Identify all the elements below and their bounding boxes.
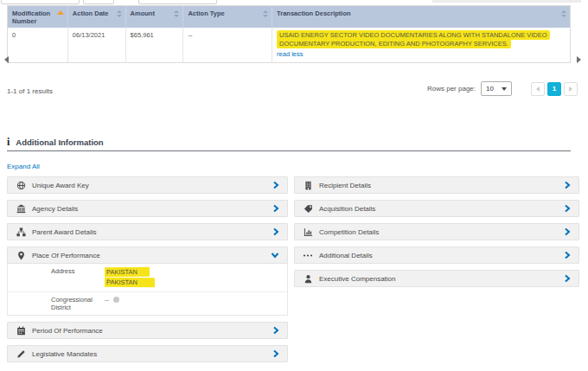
additional-information-header: i Additional Information — [7, 137, 104, 147]
panel-agency-details[interactable]: Agency Details — [7, 200, 288, 217]
pager: 1 — [531, 82, 578, 96]
calendar-icon — [16, 326, 26, 336]
detail-row-address: Address PAKISTAN PAKISTAN — [8, 264, 287, 292]
info-icon: i — [7, 137, 10, 147]
chevron-right-icon — [564, 274, 571, 283]
panel-label: Recipient Details — [319, 182, 371, 189]
detail-row-congressional-district: Congressional District -- — [8, 292, 287, 315]
scroll-left-arrow-icon[interactable] — [4, 56, 9, 63]
column-label: Transaction Description — [277, 10, 350, 17]
cell-action-type: -- — [183, 28, 272, 62]
panel-label: Unique Award Key — [32, 182, 89, 189]
panel-place-of-performance[interactable]: Place Of Performance — [7, 246, 288, 264]
cutoff-tab[interactable] — [138, 0, 217, 4]
pagination-bar: Rows per page: 10 1 — [427, 81, 578, 96]
column-header-action-date[interactable]: Action Date — [68, 6, 126, 28]
chevron-right-icon — [272, 227, 279, 236]
rows-per-page-label: Rows per page: — [427, 85, 476, 93]
sitemap-icon — [16, 227, 26, 237]
page-1-button[interactable]: 1 — [547, 82, 561, 96]
chevron-right-icon — [564, 204, 571, 213]
panel-label: Acquisition Details — [319, 205, 375, 213]
panel-executive-compensation[interactable]: Executive Compensation — [294, 270, 579, 287]
chevron-right-icon — [564, 251, 571, 259]
table-header-row: Modification Number Action Date Amount A… — [8, 6, 570, 28]
read-less-link[interactable]: read less — [277, 50, 303, 59]
cell-action-date: 06/13/2021 — [68, 28, 126, 62]
highlighted-address-line: PAKISTAN — [105, 267, 150, 278]
expand-all-link[interactable]: Expand All — [7, 163, 40, 170]
panel-label: Competition Details — [319, 228, 379, 236]
column-label: Action Date — [73, 10, 109, 17]
cutoff-scroll-track — [432, 0, 581, 3]
panel-recipient-details[interactable]: Recipient Details — [294, 176, 579, 194]
cell-amount: $65,961 — [126, 28, 184, 62]
ellipsis-icon — [303, 251, 313, 260]
section-divider — [7, 150, 571, 151]
globe-icon — [16, 181, 26, 190]
location-pin-icon — [16, 251, 26, 260]
chevron-down-icon — [502, 87, 507, 91]
building-icon — [303, 181, 313, 190]
sort-icon[interactable] — [561, 10, 566, 17]
panel-competition-details[interactable]: Competition Details — [294, 223, 579, 240]
panel-additional-details[interactable]: Additional Details — [294, 246, 579, 264]
table-row: 0 06/13/2021 $65,961 -- USAID ENERGY SEC… — [8, 28, 570, 62]
chevron-right-icon — [564, 227, 571, 236]
pencil-icon — [16, 349, 26, 359]
scroll-right-arrow-icon[interactable] — [577, 56, 581, 63]
address-value: PAKISTAN PAKISTAN — [105, 267, 155, 288]
panel-period-of-performance[interactable]: Period Of Performance — [7, 322, 288, 339]
bar-chart-icon — [303, 227, 313, 237]
highlighted-description-text: USAID ENERGY SECTOR VIDEO DOCUMENTARIES … — [277, 30, 550, 48]
place-of-performance-details: Address PAKISTAN PAKISTAN Congressional … — [7, 264, 288, 316]
sort-icon[interactable] — [263, 10, 268, 17]
panel-label: Period Of Performance — [32, 327, 103, 335]
cell-modification-number: 0 — [8, 28, 68, 62]
results-summary: 1-1 of 1 results — [7, 87, 53, 95]
panel-label: Place Of Performance — [32, 252, 100, 259]
chevron-right-icon — [272, 326, 279, 335]
section-title: Additional Information — [16, 138, 103, 147]
column-label: Modification Number — [12, 10, 57, 25]
column-header-amount[interactable]: Amount — [126, 6, 184, 28]
column-header-transaction-description[interactable]: Transaction Description — [272, 6, 570, 28]
chevron-right-icon — [272, 349, 279, 358]
panel-legislative-mandates[interactable]: Legislative Mandates — [7, 345, 288, 362]
sort-icon[interactable] — [174, 10, 179, 17]
column-label: Amount — [131, 10, 155, 17]
chevron-left-icon — [536, 86, 540, 92]
highlighted-address-line: PAKISTAN — [105, 278, 155, 287]
award-transactions-page: Modification Number Action Date Amount A… — [0, 0, 588, 371]
rows-per-page-value: 10 — [486, 85, 494, 93]
cutoff-tab[interactable] — [1, 0, 80, 4]
panel-parent-award-details[interactable]: Parent Award Details — [7, 223, 288, 240]
panel-label: Legislative Mandates — [32, 350, 97, 358]
person-icon — [303, 274, 313, 284]
panel-label: Parent Award Details — [32, 228, 97, 236]
column-header-modification-number[interactable]: Modification Number — [8, 6, 68, 28]
detail-label: Address — [8, 267, 105, 275]
panel-acquisition-details[interactable]: Acquisition Details — [294, 200, 579, 217]
cell-transaction-description: USAID ENERGY SECTOR VIDEO DOCUMENTARIES … — [272, 28, 570, 62]
panel-label: Agency Details — [32, 205, 78, 213]
panel-unique-award-key[interactable]: Unique Award Key — [7, 176, 288, 194]
chevron-down-icon — [271, 252, 279, 259]
congressional-district-value: -- — [105, 296, 119, 304]
next-page-button[interactable] — [564, 82, 578, 96]
info-circle-icon[interactable] — [113, 297, 119, 303]
bank-icon — [16, 204, 26, 214]
sort-asc-icon[interactable] — [57, 10, 64, 15]
chevron-right-icon — [272, 204, 279, 213]
chevron-right-icon — [564, 181, 571, 189]
previous-page-button[interactable] — [531, 82, 545, 96]
rows-per-page-select[interactable]: 10 — [481, 81, 512, 96]
panel-label: Additional Details — [319, 252, 373, 259]
chevron-right-icon — [569, 86, 572, 92]
column-header-action-type[interactable]: Action Type — [183, 6, 272, 28]
tag-icon — [303, 204, 313, 214]
cutoff-tab[interactable] — [83, 0, 114, 4]
sort-icon[interactable] — [117, 10, 122, 17]
panel-label: Executive Compensation — [319, 275, 396, 283]
value-text: -- — [105, 296, 109, 304]
